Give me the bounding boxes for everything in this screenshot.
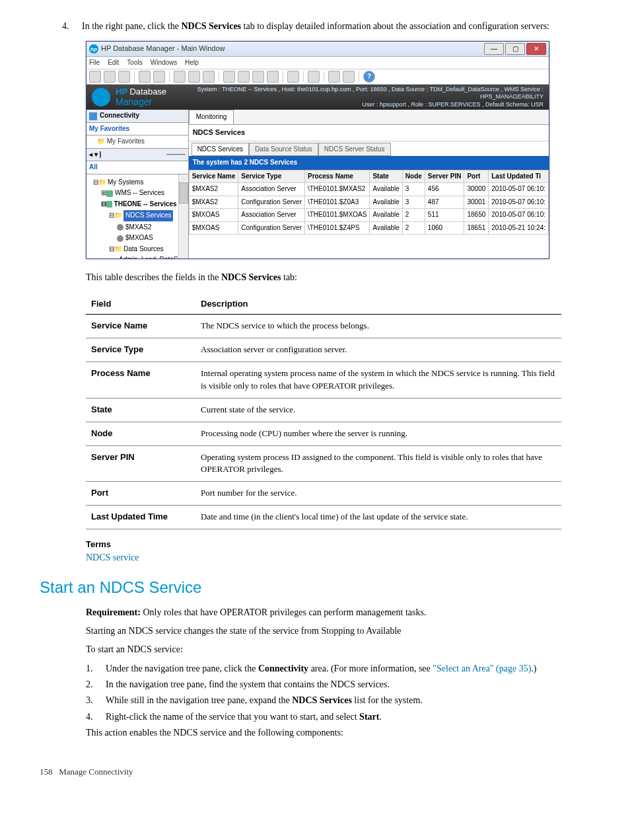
table-cell: 3 bbox=[402, 183, 425, 196]
tree-item-admin[interactable]: Admin_Load_DataSourc bbox=[88, 254, 177, 258]
menu-windows[interactable]: Windows bbox=[151, 58, 178, 68]
window-title: HP Database Manager - Main Window bbox=[101, 44, 484, 54]
terms-link[interactable]: NDCS service bbox=[86, 551, 590, 564]
step-text-pre: In the right pane, click the bbox=[82, 21, 181, 31]
caption-post: tab: bbox=[281, 272, 298, 282]
menu-edit[interactable]: Edit bbox=[108, 58, 119, 68]
toolbar-icon[interactable] bbox=[118, 71, 130, 83]
col-service-name[interactable]: Service Name bbox=[189, 170, 238, 183]
toolbar-icon[interactable] bbox=[139, 71, 151, 83]
step-text: In the navigation tree pane, find the sy… bbox=[106, 678, 390, 691]
step-text: While still in the navigation tree pane,… bbox=[106, 694, 423, 707]
toolbar-icon[interactable] bbox=[203, 71, 215, 83]
grid-header-row: Service Name Service Type Process Name S… bbox=[189, 170, 548, 183]
requirement-line: Requirement: Only roles that have OPERAT… bbox=[86, 606, 590, 619]
toolbar-icon[interactable] bbox=[223, 71, 235, 83]
tree-item-systems[interactable]: ⊟ 📁 My Systems bbox=[88, 177, 177, 188]
cross-ref-link[interactable]: "Select an Area" (page 35) bbox=[433, 664, 531, 673]
window-buttons: — ▢ ✕ bbox=[484, 43, 546, 55]
closing-para-block: This action enables the NDCS service and… bbox=[86, 726, 590, 740]
folder-icon: 📁 bbox=[114, 211, 122, 221]
subtab-ndcs-services[interactable]: NDCS Services bbox=[192, 143, 249, 157]
toolbar-icon[interactable] bbox=[252, 71, 264, 83]
step-text: Under the navigation tree pane, click th… bbox=[106, 662, 536, 675]
col-node[interactable]: Node bbox=[402, 170, 425, 183]
col-server-pin[interactable]: Server PIN bbox=[425, 170, 464, 183]
table-cell: 2 bbox=[402, 221, 425, 235]
tree-item-mxoas[interactable]: $MXOAS bbox=[88, 233, 177, 244]
tree-item-theone[interactable]: ⊟ THEONE -- Services bbox=[88, 199, 177, 210]
toolbar-icon[interactable] bbox=[188, 71, 200, 83]
tree-item-ndcs[interactable]: ⊟ 📁 NDCS Services bbox=[88, 210, 177, 222]
requirement-text: Only roles that have OPERATOR privileges… bbox=[141, 607, 426, 617]
table-cell: Available bbox=[370, 196, 402, 209]
back-icon[interactable] bbox=[328, 71, 340, 83]
table-row[interactable]: $MXAS2Configuration Server\THE0101.$Z0A3… bbox=[189, 196, 548, 209]
toolbar-icon[interactable] bbox=[104, 71, 116, 83]
desc-text: Current state of the service. bbox=[195, 398, 561, 422]
nav-header: ◂ ▾ |──── bbox=[87, 148, 188, 162]
help-icon[interactable]: ? bbox=[363, 71, 375, 83]
toolbar-icon[interactable] bbox=[89, 71, 101, 83]
table-row[interactable]: $MXAS2Association Server\THE0101.$MXAS2A… bbox=[189, 183, 548, 196]
col-service-type[interactable]: Service Type bbox=[238, 170, 305, 183]
subtab-datasource-status[interactable]: Data Source Status bbox=[249, 143, 318, 157]
desc-row: NodeProcessing node (CPU) number where t… bbox=[86, 422, 561, 445]
toolbar-separator bbox=[219, 71, 219, 82]
step-text: In the right pane, click the NDCS Servic… bbox=[82, 20, 590, 33]
window-titlebar: hp HP Database Manager - Main Window — ▢… bbox=[87, 42, 549, 57]
hp-logo-icon bbox=[92, 88, 110, 106]
menu-file[interactable]: File bbox=[89, 58, 100, 68]
toolbar-icon[interactable] bbox=[153, 71, 165, 83]
db-icon bbox=[106, 201, 112, 208]
table-cell: 30001 bbox=[464, 196, 489, 209]
desc-row: Last Updated TimeDate and time (in the c… bbox=[86, 506, 561, 529]
close-button[interactable]: ✕ bbox=[526, 43, 546, 55]
menu-help[interactable]: Help bbox=[185, 58, 199, 68]
step-item: 1.Under the navigation tree pane, click … bbox=[86, 662, 590, 675]
step-number: 2. bbox=[86, 678, 106, 691]
table-cell: 18651 bbox=[464, 221, 489, 235]
forward-icon[interactable] bbox=[343, 71, 355, 83]
col-state[interactable]: State bbox=[370, 170, 402, 183]
para-to-start: To start an NDCS service: bbox=[86, 643, 590, 656]
toolbar-icon[interactable] bbox=[174, 71, 186, 83]
table-cell: $MXOAS bbox=[189, 221, 238, 235]
all-header: All bbox=[87, 161, 188, 174]
col-port[interactable]: Port bbox=[464, 170, 489, 183]
minimize-button[interactable]: — bbox=[484, 43, 504, 55]
connectivity-header[interactable]: Connectivity bbox=[87, 110, 188, 123]
subtab-ndcs-server-status[interactable]: NDCS Server Status bbox=[318, 143, 391, 157]
tree-item-datasources[interactable]: ⊟ 📁 Data Sources bbox=[88, 244, 177, 255]
desc-text: Processing node (CPU) number where the s… bbox=[195, 422, 561, 445]
tree-item-wms[interactable]: ⊞ WMS -- Services bbox=[88, 188, 177, 199]
gear-icon bbox=[117, 235, 123, 242]
toolbar-icon[interactable] bbox=[308, 71, 320, 83]
tree-item-mxas2[interactable]: $MXAS2 bbox=[88, 222, 177, 233]
tab-monitoring[interactable]: Monitoring bbox=[189, 110, 234, 124]
col-process-name[interactable]: Process Name bbox=[304, 170, 369, 183]
menu-tools[interactable]: Tools bbox=[127, 58, 142, 68]
col-last-updated[interactable]: Last Updated Ti bbox=[489, 170, 549, 183]
favorites-tree: 📁 My Favorites bbox=[87, 135, 188, 148]
table-cell: $MXAS2 bbox=[189, 196, 238, 209]
closing-para: This action enables the NDCS service and… bbox=[86, 726, 590, 740]
favorites-item[interactable]: My Favorites bbox=[107, 137, 145, 145]
section-heading: Start an NDCS Service bbox=[40, 576, 590, 599]
table-cell: \THE0101.$MXOAS bbox=[304, 209, 369, 222]
table-row[interactable]: $MXOASConfiguration Server\THE0101.$Z4PS… bbox=[189, 221, 548, 235]
desc-field: Server PIN bbox=[86, 445, 195, 482]
connectivity-label: Connectivity bbox=[100, 111, 139, 121]
table-cell: $MXAS2 bbox=[189, 183, 238, 196]
scrollbar-thumb[interactable] bbox=[179, 182, 188, 204]
folder-icon: 📁 bbox=[97, 137, 105, 145]
para-state-change: Starting an NDCS service changes the sta… bbox=[86, 625, 590, 638]
table-cell: 30000 bbox=[464, 183, 489, 196]
maximize-button[interactable]: ▢ bbox=[505, 43, 525, 55]
toolbar-icon[interactable] bbox=[267, 71, 279, 83]
table-cell: $MXOAS bbox=[189, 209, 238, 222]
table-row[interactable]: $MXOASAssociation Server\THE0101.$MXOASA… bbox=[189, 209, 548, 222]
toolbar-icon[interactable] bbox=[287, 71, 299, 83]
tree-scrollbar[interactable] bbox=[178, 174, 188, 259]
toolbar-icon[interactable] bbox=[238, 71, 250, 83]
